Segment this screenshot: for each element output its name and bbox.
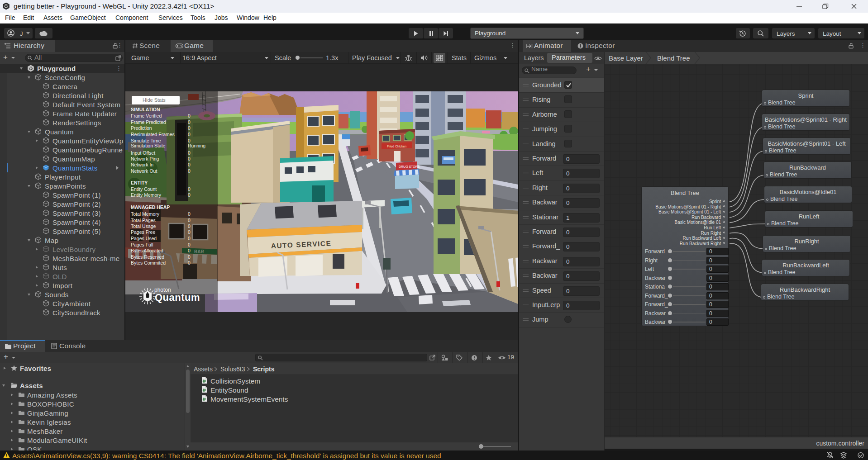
svg-text:Fried Chicken: Fried Chicken [387,145,406,148]
svg-text:DRUG STORE: DRUG STORE [399,165,420,168]
